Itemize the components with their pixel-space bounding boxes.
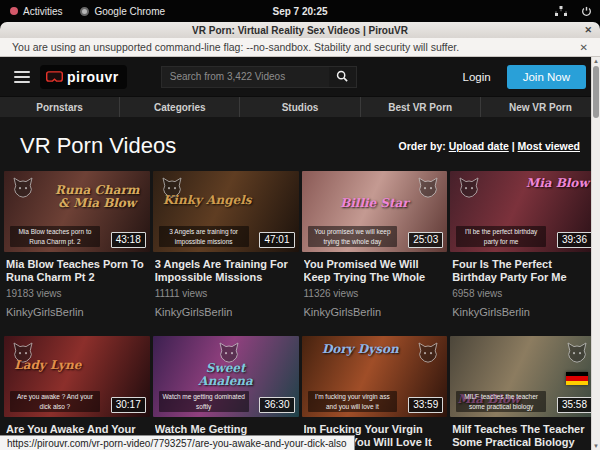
- activities-label: Activities: [23, 6, 62, 17]
- video-card: Kinky Angels 3 Angels are training for i…: [153, 171, 299, 318]
- nav-item-pornstars[interactable]: Pornstars: [0, 97, 120, 117]
- studio-cat-logo-icon: [416, 176, 440, 202]
- video-thumbnail[interactable]: Mia Blow I'll be the perfect birthday pa…: [450, 171, 596, 252]
- site-logo-text: pirouvr: [67, 69, 119, 85]
- video-card: Runa Charm & Mia Blow Mia Blow teaches p…: [4, 171, 150, 318]
- search-icon: [336, 68, 348, 86]
- video-card: Sweet Analena Watch me getting dominated…: [153, 336, 299, 450]
- studio-cat-logo-icon: [457, 176, 481, 202]
- chrome-taskbar-button[interactable]: Google Chrome: [80, 6, 165, 17]
- video-thumbnail[interactable]: Dory Dyson I'm fucking your virgin ass a…: [302, 336, 448, 417]
- thumbnail-overlay-title: Billie Star: [329, 197, 419, 210]
- duration-badge: 35:58: [557, 397, 592, 413]
- menu-icon[interactable]: [14, 68, 30, 86]
- video-title-link[interactable]: Four Is The Perfect Birthday Party For M…: [452, 258, 594, 284]
- video-title-link[interactable]: You Promised We Will Keep Trying The Who…: [304, 258, 446, 284]
- studio-cat-logo-icon: [11, 176, 35, 202]
- warning-close-icon[interactable]: ✕: [580, 42, 588, 53]
- site-logo[interactable]: pirouvr: [40, 65, 127, 89]
- video-thumbnail[interactable]: Lady Lyne Are you awake ? And your dick …: [4, 336, 150, 417]
- video-grid: Runa Charm & Mia Blow Mia Blow teaches p…: [0, 169, 600, 450]
- video-views: 11111 views: [155, 288, 297, 299]
- nav-item-best-vr[interactable]: Best VR Porn: [361, 97, 481, 117]
- thumbnail-caption: 3 Angels are training for impossible mis…: [159, 226, 249, 247]
- video-card: Mia Blow I'll be the perfect birthday pa…: [450, 171, 596, 318]
- thumbnail-overlay-title: Runa Charm & Mia Blow: [52, 184, 142, 209]
- network-icon[interactable]: [555, 6, 567, 17]
- join-now-button[interactable]: Join Now: [507, 65, 586, 89]
- scroll-up-icon[interactable]: ▲: [592, 58, 600, 64]
- order-upload-date-link[interactable]: Upload date: [449, 140, 509, 152]
- duration-badge: 30:17: [111, 397, 146, 413]
- thumbnail-overlay-title: Sweet Analena: [180, 362, 270, 387]
- browser-viewport: pirouvr Login Join Now Pornstars Categor…: [0, 57, 600, 450]
- video-card: Lady Lyne Are you awake ? And your dick …: [4, 336, 150, 450]
- thumbnail-caption: Mia Blow teaches porn to Runa Charm pt. …: [10, 226, 100, 247]
- duration-badge: 43:18: [111, 232, 146, 248]
- warning-text: You are using an unsupported command-lin…: [12, 41, 459, 53]
- window-title: VR Porn: Virtual Reality Sex Videos | Pi…: [192, 25, 408, 36]
- order-by: Order by: Upload date | Most viewed: [398, 140, 580, 152]
- os-taskbar: Activities Google Chrome Sep 7 20:25: [0, 0, 600, 22]
- video-studio-link[interactable]: KinkyGirlsBerlin: [155, 306, 297, 318]
- screen: Activities Google Chrome Sep 7 20:25 VR …: [0, 0, 600, 450]
- thumbnail-caption: You promised we will keep trying the who…: [308, 226, 398, 247]
- scroll-down-icon[interactable]: ▼: [592, 443, 600, 449]
- order-by-label: Order by:: [398, 140, 445, 152]
- window-titlebar[interactable]: VR Porn: Virtual Reality Sex Videos | Pi…: [0, 22, 600, 38]
- thumbnail-caption: Watch me getting dominated softly: [159, 391, 249, 412]
- chrome-icon: [80, 7, 89, 16]
- video-studio-link[interactable]: KinkyGirlsBerlin: [304, 306, 446, 318]
- window-close-icon[interactable]: ✕: [584, 25, 592, 35]
- video-views: 19183 views: [6, 288, 148, 299]
- search-input[interactable]: [161, 66, 329, 88]
- video-thumbnail[interactable]: Sweet Analena Watch me getting dominated…: [153, 336, 299, 417]
- power-icon[interactable]: [581, 6, 592, 17]
- video-title-link[interactable]: 3 Angels Are Training For Impossible Mis…: [155, 258, 297, 284]
- recording-dot-icon: [10, 7, 18, 15]
- scrollbar-thumb[interactable]: [593, 66, 599, 118]
- video-card: Mia Blow MILF teaches the teacher some p…: [450, 336, 596, 450]
- video-title-link[interactable]: Milf Teaches The Teacher Some Practical …: [452, 423, 594, 449]
- site-header: pirouvr Login Join Now: [0, 57, 600, 96]
- studio-cat-logo-icon: [416, 341, 440, 367]
- duration-badge: 39:36: [557, 232, 592, 248]
- german-flag-icon: [566, 372, 588, 385]
- video-thumbnail[interactable]: Billie Star You promised we will keep tr…: [302, 171, 448, 252]
- chrome-label: Google Chrome: [94, 6, 165, 17]
- nav-item-categories[interactable]: Categories: [120, 97, 240, 117]
- nav-item-studios[interactable]: Studios: [240, 97, 360, 117]
- video-thumbnail[interactable]: Mia Blow MILF teaches the teacher some p…: [450, 336, 596, 417]
- video-views: 6958 views: [452, 288, 594, 299]
- video-views: 11326 views: [304, 288, 446, 299]
- link-preview-statusbar: https://pirouvr.com/vr-porn-video/779325…: [0, 435, 355, 450]
- nav-item-new-vr[interactable]: New VR Porn: [481, 97, 600, 117]
- sandbox-warning-bar: You are using an unsupported command-lin…: [0, 38, 600, 57]
- video-thumbnail[interactable]: Kinky Angels 3 Angels are training for i…: [153, 171, 299, 252]
- duration-badge: 33:59: [408, 397, 443, 413]
- vr-goggles-icon: [46, 68, 63, 86]
- thumbnail-overlay-title: Lady Lyne: [14, 359, 81, 372]
- page-scrollbar[interactable]: ▲ ▼: [591, 57, 600, 450]
- main-nav: Pornstars Categories Studios Best VR Por…: [0, 96, 600, 117]
- search-button[interactable]: [329, 66, 357, 88]
- activities-button[interactable]: Activities: [10, 6, 62, 17]
- video-title-link[interactable]: Mia Blow Teaches Porn To Runa Charm Pt 2: [6, 258, 148, 284]
- duration-badge: 36:30: [259, 397, 294, 413]
- video-card: Dory Dyson I'm fucking your virgin ass a…: [302, 336, 448, 450]
- studio-cat-logo-icon: [565, 341, 589, 367]
- page-header: VR Porn Videos Order by: Upload date | M…: [0, 117, 600, 169]
- video-thumbnail[interactable]: Runa Charm & Mia Blow Mia Blow teaches p…: [4, 171, 150, 252]
- duration-badge: 47:01: [259, 232, 294, 248]
- thumbnail-caption: Are you awake ? And your dick also ?: [10, 391, 100, 412]
- thumbnail-caption: I'll be the perfect birthday party for m…: [456, 226, 546, 247]
- video-studio-link[interactable]: KinkyGirlsBerlin: [6, 306, 148, 318]
- thumbnail-overlay-title: Dory Dyson: [322, 343, 399, 356]
- login-link[interactable]: Login: [457, 67, 497, 87]
- page-title: VR Porn Videos: [20, 133, 176, 159]
- thumbnail-overlay-title: Kinky Angels: [163, 194, 252, 207]
- thumbnail-caption: MILF teaches the teacher some practical …: [456, 391, 546, 412]
- clock[interactable]: Sep 7 20:25: [272, 6, 327, 17]
- video-studio-link[interactable]: KinkyGirlsBerlin: [452, 306, 594, 318]
- order-most-viewed-link[interactable]: Most viewed: [518, 140, 580, 152]
